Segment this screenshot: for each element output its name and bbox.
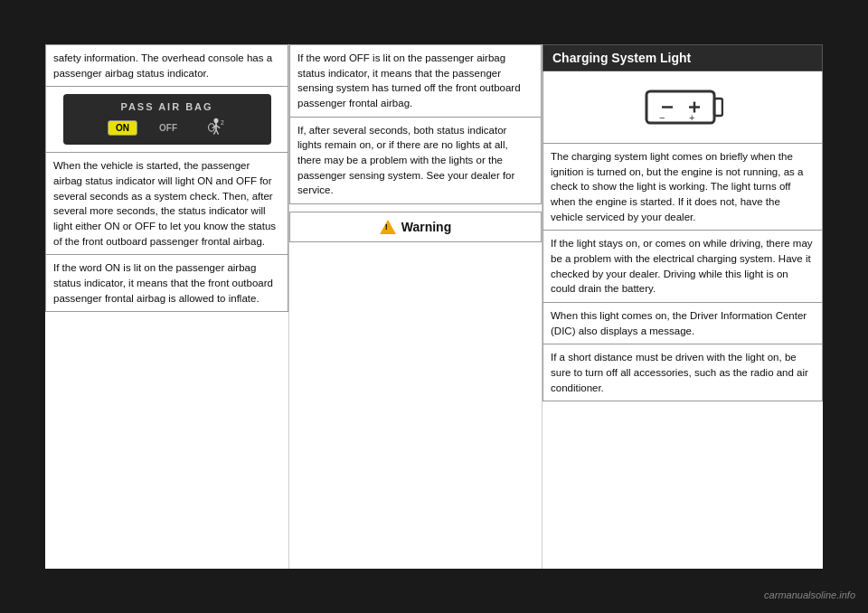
left-cell-4: If the word ON is lit on the passenger a… <box>45 255 288 312</box>
middle-cell-1: If the word OFF is lit on the passenger … <box>289 44 542 118</box>
airbag-buttons-row: ON OFF <box>108 118 226 137</box>
left-column: safety information. The overhead console… <box>45 44 289 569</box>
airbag-indicator-container: PASS AIR BAG ON OFF <box>45 87 288 152</box>
svg-point-0 <box>213 118 218 123</box>
airbag-title: PASS AIR BAG <box>120 101 212 112</box>
airbag-indicator: PASS AIR BAG ON OFF <box>63 94 271 145</box>
svg-text:2: 2 <box>221 120 224 127</box>
right-cell-4: If a short distance must be driven with … <box>542 344 823 401</box>
airbag-on-button: ON <box>108 120 137 136</box>
right-cell-3: When this light comes on, the Driver Inf… <box>542 303 823 344</box>
left-cell-3-text: When the vehicle is started, the passeng… <box>53 160 276 246</box>
middle-cell-1-text: If the word OFF is lit on the passenger … <box>297 52 521 108</box>
right-cell-1: The charging system light comes on brief… <box>542 144 823 231</box>
warning-label: Warning <box>401 220 451 234</box>
right-cell-3-text: When this light comes on, the Driver Inf… <box>551 310 807 336</box>
right-column: Charging System Light − + <box>542 44 823 569</box>
airbag-off-button: OFF <box>152 121 184 135</box>
svg-text:+: + <box>689 112 694 123</box>
left-cell-4-text: If the word ON is lit on the passenger a… <box>53 262 273 303</box>
watermark: carmanualsoline.info <box>764 589 855 600</box>
right-cell-4-text: If a short distance must be driven with … <box>551 352 808 392</box>
battery-icon: − + <box>642 82 723 132</box>
warning-box: Warning <box>289 212 542 242</box>
airbag-person-icon: 2 <box>206 118 226 137</box>
svg-text:−: − <box>659 112 665 123</box>
middle-column: If the word OFF is lit on the passenger … <box>289 44 542 569</box>
left-cell-1-text: safety information. The overhead console… <box>53 52 272 79</box>
svg-line-5 <box>216 130 219 135</box>
svg-rect-8 <box>646 91 714 123</box>
right-cell-2-text: If the light stays on, or comes on while… <box>551 238 813 294</box>
svg-line-4 <box>213 130 216 135</box>
battery-image-cell: − + <box>542 71 823 144</box>
middle-cell-2: If, after several seconds, both status i… <box>289 118 542 204</box>
left-cell-1: safety information. The overhead console… <box>45 44 288 87</box>
warning-triangle-icon <box>380 220 396 234</box>
middle-cell-2-text: If, after several seconds, both status i… <box>297 125 514 196</box>
right-cell-1-text: The charging system light comes on brief… <box>551 151 803 222</box>
right-cell-2: If the light stays on, or comes on while… <box>542 231 823 303</box>
left-cell-3: When the vehicle is started, the passeng… <box>45 152 288 255</box>
charging-system-title: Charging System Light <box>552 51 691 65</box>
charging-system-header: Charging System Light <box>542 44 823 71</box>
